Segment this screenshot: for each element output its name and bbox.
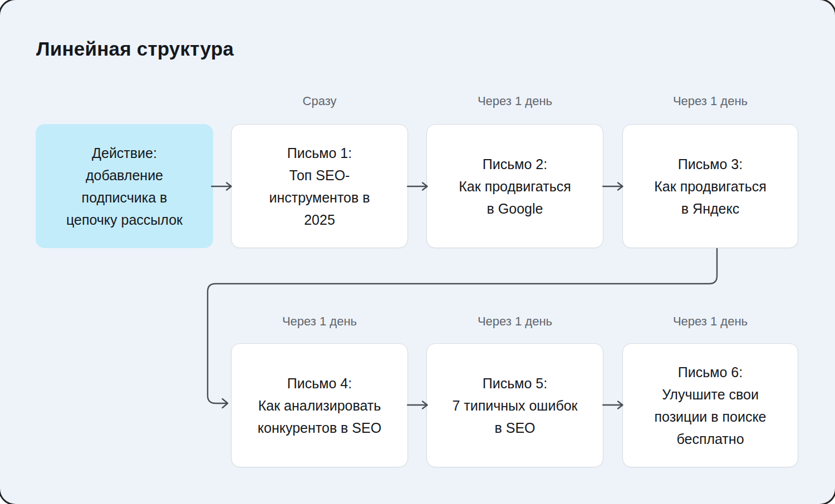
step-box-letter-2: Письмо 2:Как продвигатьсяв Google: [426, 124, 603, 248]
timing-label: Через 1 день: [426, 314, 603, 329]
action-box: Действие:добавлениеподписчика вцепочку р…: [36, 124, 213, 248]
arrow-right-icon: [211, 181, 233, 191]
timing-label: Через 1 день: [426, 93, 603, 109]
timing-label: Сразу: [231, 93, 408, 109]
timing-label: Через 1 день: [622, 93, 798, 109]
step-box-letter-5: Письмо 5:7 типичных ошибокв SEO: [426, 343, 603, 467]
diagram-canvas: Линейная структура Сразу Через 1 день Че…: [0, 0, 835, 504]
step-box-letter-4: Письмо 4:Как анализироватьконкурентов в …: [231, 343, 408, 467]
step-box-letter-3: Письмо 3:Как продвигатьсяв Яндекс: [622, 124, 798, 248]
arrow-right-icon: [407, 181, 429, 191]
step-box-letter-1: Письмо 1:Топ SEO-инструментов в2025: [231, 124, 408, 248]
page-title: Линейная структура: [36, 38, 234, 60]
step-box-letter-6: Письмо 6:Улучшите своипозиции в поискебе…: [622, 343, 798, 467]
timing-label: Через 1 день: [622, 314, 798, 329]
arrow-right-icon: [602, 400, 625, 410]
arrow-right-icon: [602, 181, 625, 191]
timing-label: Через 1 день: [231, 314, 408, 329]
arrow-right-icon: [407, 400, 429, 410]
